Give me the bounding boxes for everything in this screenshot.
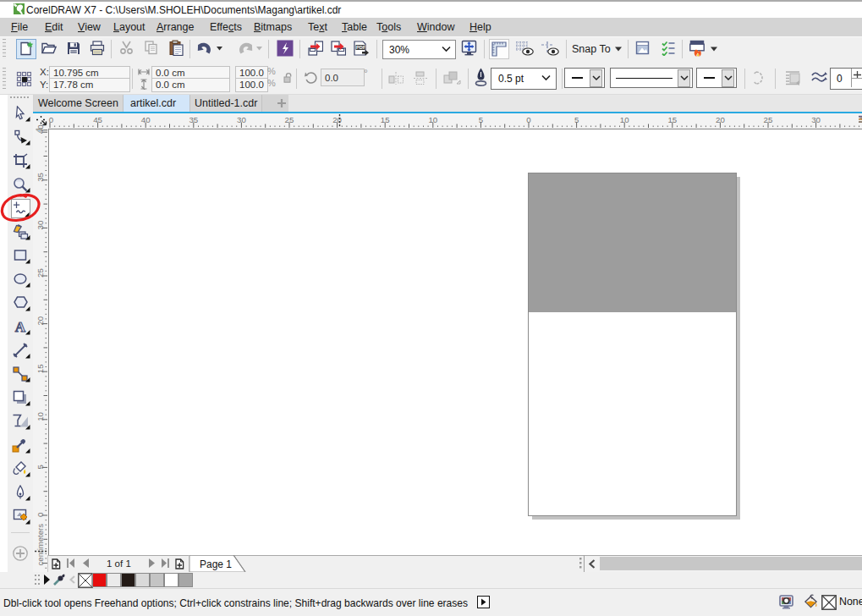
svg-text:35: 35 [189,115,198,124]
svg-text:30: 30 [237,115,246,124]
svg-text:15: 15 [36,364,45,373]
svg-text:A: A [15,319,26,334]
svg-text:40: 40 [141,115,151,124]
svg-text:25: 25 [36,268,45,278]
svg-text:0: 0 [49,115,54,124]
svg-text:25: 25 [285,115,294,124]
svg-text:20: 20 [36,316,45,325]
svg-text:0: 0 [36,512,45,517]
svg-text:PDF: PDF [356,45,366,50]
svg-text:5: 5 [479,115,483,124]
svg-text:45: 45 [93,115,102,124]
svg-text:25: 25 [764,115,773,124]
svg-text:5: 5 [36,465,45,469]
svg-text:15: 15 [667,115,677,124]
svg-text:0: 0 [526,115,531,124]
svg-text:15: 15 [381,115,390,124]
svg-text:10: 10 [428,115,437,124]
svg-text:20: 20 [332,115,342,124]
svg-text:centimeters: centimeters [36,524,45,566]
svg-text:5: 5 [574,115,579,124]
svg-text:30: 30 [811,115,821,124]
svg-text:10: 10 [36,411,45,421]
svg-text:10: 10 [620,115,629,124]
svg-text:35: 35 [36,173,45,182]
svg-text:20: 20 [716,115,725,124]
